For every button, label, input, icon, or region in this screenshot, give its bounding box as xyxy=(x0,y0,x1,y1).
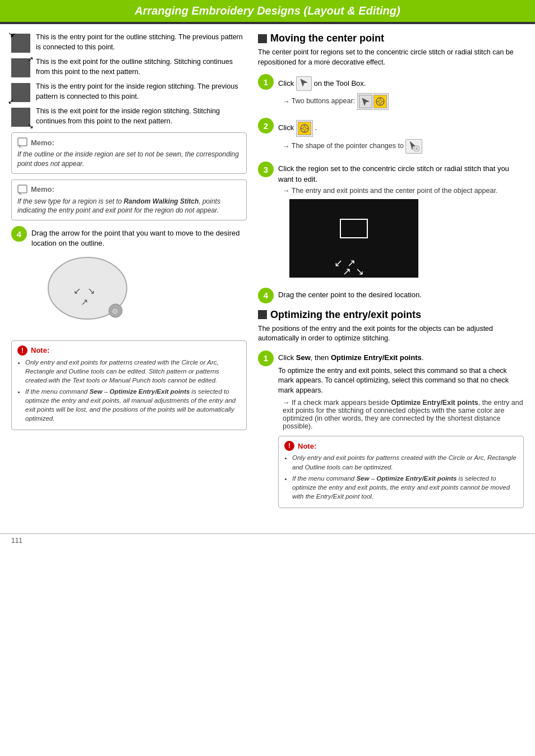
note-item-right-2: If the menu command Sew – Optimize Entry… xyxy=(292,474,518,501)
entry-text-2: This is the exit point for the outline s… xyxy=(36,57,247,77)
svg-marker-17 xyxy=(301,79,307,86)
svg-text:⊙: ⊙ xyxy=(112,307,118,315)
section-optimize: Optimizing the entry/exit points The pos… xyxy=(258,309,524,514)
right-step-1-result: Two buttons appear: xyxy=(283,93,524,110)
optimize-step-1-num: 1 xyxy=(258,351,274,366)
svg-rect-8 xyxy=(18,185,27,193)
svg-rect-3 xyxy=(11,83,30,102)
svg-text:↙: ↙ xyxy=(73,286,81,296)
memo-box-1: Memo: If the outline or the inside regio… xyxy=(11,132,247,174)
right-step-1: 1 Click on the Tool Box. Two buttons xyxy=(258,74,524,112)
toolbox-click-icon xyxy=(296,76,312,91)
right-step-4: 4 Drag the center point to the desired l… xyxy=(258,288,524,303)
note-body-right: Only entry and exit points for patterns … xyxy=(284,453,518,500)
right-step-1-text: Click on the Tool Box. xyxy=(278,76,524,91)
right-step-2-result: The shape of the pointer changes to xyxy=(283,139,524,154)
svg-point-33 xyxy=(416,147,418,150)
optimize-step-1-result: If a check mark appears beside Optimize … xyxy=(283,399,524,430)
section-desc-1: The center point for regions set to the … xyxy=(258,48,524,67)
right-step-3: 3 Click the region set to the concentric… xyxy=(258,162,524,282)
memo-header-1: Memo: xyxy=(17,137,241,147)
section-moving-center: Moving the center point The center point… xyxy=(258,33,524,303)
entry-text-1: This is the entry point for the outline … xyxy=(36,33,247,52)
section-square-2 xyxy=(258,310,267,319)
right-step-2-content: Click xyxy=(278,118,524,156)
section-title-1: Moving the center point xyxy=(258,33,524,44)
svg-point-20 xyxy=(379,100,382,103)
note-label-right: Note: xyxy=(298,442,316,450)
right-step-3-content: Click the region set to the concentric c… xyxy=(278,162,524,282)
section-title-text-1: Moving the center point xyxy=(270,33,384,44)
right-step-2-text: Click xyxy=(278,120,524,137)
right-step-3-result: The entry and exit points and the center… xyxy=(283,187,524,195)
note-box-right: ! Note: Only entry and exit points for p… xyxy=(278,436,524,508)
memo-body-1: If the outline or the inside region are … xyxy=(17,150,241,169)
step2-icon xyxy=(296,120,313,137)
right-step-3-num: 3 xyxy=(258,162,274,177)
right-column: Moving the center point The center point… xyxy=(258,33,524,519)
section-title-text-2: Optimizing the entry/exit points xyxy=(270,309,421,321)
toolbox-icon-gear xyxy=(298,122,311,135)
two-buttons-icons xyxy=(357,93,389,110)
right-step-2: 2 Click xyxy=(258,118,524,156)
svg-text:↗: ↗ xyxy=(81,297,88,307)
entry-item-4: ↘ This is the exit point for the inside … xyxy=(11,107,247,127)
entry-item-2: ↗ This is the exit point for the outline… xyxy=(11,57,247,77)
right-step-4-text: Drag the center point to the desired loc… xyxy=(278,290,524,300)
section-desc-2: The positions of the entry and the exit … xyxy=(258,324,524,344)
note-label-left: Note: xyxy=(31,346,49,354)
note-item-right-1: Only entry and exit points for patterns … xyxy=(292,453,518,471)
entry-point-list: ↘ This is the entry point for the outlin… xyxy=(11,33,247,127)
page-footer: 111 xyxy=(0,533,535,547)
memo-header-2: Memo: xyxy=(17,185,241,195)
note-header-left: ! Note: xyxy=(17,345,241,356)
section-title-2: Optimizing the entry/exit points xyxy=(258,309,524,321)
optimize-step-1-detail: To optimize the entry and exit points, s… xyxy=(278,366,524,396)
memo-label-1: Memo: xyxy=(31,139,54,147)
entry-text-3: This is the entry point for the inside r… xyxy=(36,82,247,102)
entry-icon-4: ↘ xyxy=(11,108,30,127)
note-box-left: ! Note: Only entry and exit points for p… xyxy=(11,340,247,431)
memo-body-2: If the sew type for a region is set to R… xyxy=(17,197,241,216)
main-content: ↘ This is the entry point for the outlin… xyxy=(0,24,535,528)
note-icon-right: ! xyxy=(284,441,294,451)
drag-diagram: ↙ ↘ ↗ ⊙ xyxy=(43,255,247,329)
optimize-step-1: 1 Click Sew, then Optimize Entry/Exit po… xyxy=(258,351,524,514)
pointer-changed-icon xyxy=(405,139,422,154)
memo-box-2: Memo: If the sew type for a region is se… xyxy=(11,179,247,221)
drag-diagram-svg: ↙ ↘ ↗ ⊙ xyxy=(43,255,132,328)
entry-text-4: This is the exit point for the inside re… xyxy=(36,107,247,126)
memo-icon-1 xyxy=(17,137,27,147)
memo-label-2: Memo: xyxy=(31,185,54,193)
left-column: ↘ This is the entry point for the outlin… xyxy=(11,33,247,519)
svg-rect-5 xyxy=(18,138,27,146)
right-step-1-num: 1 xyxy=(258,74,274,90)
right-step-4-num: 4 xyxy=(258,288,274,303)
entry-item-3: ↙ This is the entry point for the inside… xyxy=(11,82,247,102)
note-item-left-1: Only entry and exit points for patterns … xyxy=(25,358,241,385)
optimize-step-1-text: Click Sew, then Optimize Entry/Exit poin… xyxy=(278,353,524,363)
step-4-text: Drag the arrow for the point that you wa… xyxy=(31,228,247,248)
section-square-1 xyxy=(258,34,267,43)
toolbox-icon-1 xyxy=(359,95,372,108)
entry-icon-1: ↘ xyxy=(11,34,30,53)
right-step-3-text: Click the region set to the concentric c… xyxy=(278,164,524,184)
note-header-right: ! Note: xyxy=(284,441,518,451)
entry-item-1: ↘ This is the entry point for the outlin… xyxy=(11,33,247,53)
left-step-4: 4 Drag the arrow for the point that you … xyxy=(11,226,247,334)
toolbox-icon-2 xyxy=(373,95,387,108)
right-step-4-content: Drag the center point to the desired loc… xyxy=(278,288,524,302)
entry-icon-3: ↙ xyxy=(11,83,30,102)
page-title: Arranging Embroidery Designs (Layout & E… xyxy=(135,4,400,17)
right-step-1-content: Click on the Tool Box. Two buttons appea… xyxy=(278,74,524,112)
step-4-number: 4 xyxy=(11,226,27,242)
page-header: Arranging Embroidery Designs (Layout & E… xyxy=(0,0,535,22)
svg-point-26 xyxy=(303,127,306,130)
center-point-diagram: ↙ ↗ ↗ ↘ xyxy=(289,199,418,278)
page-number: 111 xyxy=(11,537,22,545)
svg-marker-18 xyxy=(362,98,369,105)
note-item-left-2: If the menu command Sew – Optimize Entry… xyxy=(25,387,241,423)
right-step-2-num: 2 xyxy=(258,118,274,133)
entry-icon-2: ↗ xyxy=(11,58,30,77)
step-4-content: Drag the arrow for the point that you wa… xyxy=(31,226,247,334)
